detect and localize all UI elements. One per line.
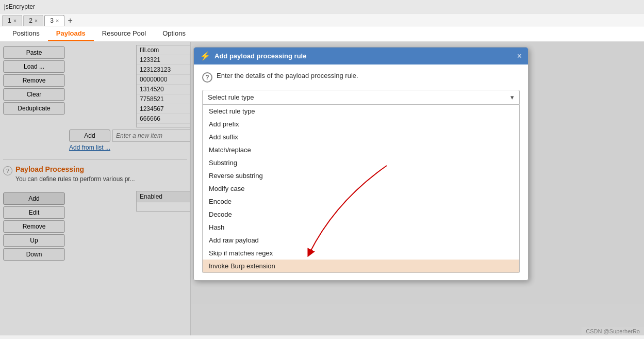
- tab-resource-pool[interactable]: Resource Pool: [94, 26, 154, 41]
- dropdown-item-skip-if-matches-regex[interactable]: Skip if matches regex: [203, 247, 519, 260]
- dropdown-item-add-prefix[interactable]: Add prefix: [203, 118, 519, 131]
- dropdown-item-encode[interactable]: Encode: [203, 195, 519, 208]
- rule-type-select-container: Select rule type ▾ Select rule type Add …: [202, 90, 520, 273]
- modal-title-row: ⚡ Add payload processing rule: [200, 51, 306, 61]
- modal-title: Add payload processing rule: [214, 52, 306, 60]
- modal-description: Enter the details of the payload process…: [217, 72, 358, 79]
- add-payload-rule-modal: ⚡ Add payload processing rule × ? Enter …: [193, 47, 529, 281]
- dropdown-item-reverse-substring[interactable]: Reverse substring: [203, 169, 519, 182]
- tab-positions[interactable]: Positions: [4, 26, 48, 41]
- select-placeholder: Select rule type: [208, 93, 254, 101]
- info-icon: ?: [202, 72, 212, 83]
- app-title: jsEncrypter: [4, 3, 35, 10]
- add-tab-button[interactable]: +: [65, 16, 74, 25]
- dropdown-item-add-raw-payload[interactable]: Add raw payload: [203, 234, 519, 247]
- dropdown-item-invoke-burp-extension[interactable]: Invoke Burp extension: [203, 260, 519, 272]
- tab-2-close[interactable]: ×: [35, 18, 38, 24]
- chevron-down-icon: ▾: [510, 93, 514, 101]
- rule-type-select-field[interactable]: Select rule type ▾: [202, 90, 520, 105]
- tab-payloads[interactable]: Payloads: [48, 26, 94, 41]
- dropdown-item-select-rule-type[interactable]: Select rule type: [203, 105, 519, 118]
- tab-2-label: 2: [29, 17, 32, 24]
- dropdown-item-substring[interactable]: Substring: [203, 156, 519, 169]
- tab-1-label: 1: [8, 17, 11, 24]
- dropdown-list: Select rule type Add prefix Add suffix M…: [202, 105, 520, 273]
- tab-options[interactable]: Options: [154, 26, 194, 41]
- title-bar: jsEncrypter: [0, 0, 644, 13]
- tab-1-close[interactable]: ×: [13, 18, 16, 24]
- tab-bar: 1 × 2 × 3 × +: [0, 13, 644, 26]
- dropdown-item-modify-case[interactable]: Modify case: [203, 182, 519, 195]
- tab-3[interactable]: 3 ×: [44, 15, 64, 26]
- dropdown-item-add-suffix[interactable]: Add suffix: [203, 131, 519, 143]
- dropdown-item-decode[interactable]: Decode: [203, 208, 519, 221]
- dropdown-item-match-replace[interactable]: Match/replace: [203, 143, 519, 156]
- dropdown-item-hash[interactable]: Hash: [203, 221, 519, 234]
- tab-3-close[interactable]: ×: [56, 18, 59, 24]
- tab-1[interactable]: 1 ×: [2, 15, 22, 26]
- bolt-icon: ⚡: [200, 51, 210, 61]
- nav-tabs: Positions Payloads Resource Pool Options: [0, 26, 644, 42]
- tab-2[interactable]: 2 ×: [23, 15, 43, 26]
- modal-close-button[interactable]: ×: [517, 52, 522, 61]
- modal-description-row: ? Enter the details of the payload proce…: [202, 72, 520, 83]
- modal-header: ⚡ Add payload processing rule ×: [194, 47, 528, 64]
- modal-body: ? Enter the details of the payload proce…: [194, 64, 528, 280]
- main-content: Paste Load ... Remove Clear Deduplicate …: [0, 42, 644, 335]
- tab-3-label: 3: [50, 17, 54, 24]
